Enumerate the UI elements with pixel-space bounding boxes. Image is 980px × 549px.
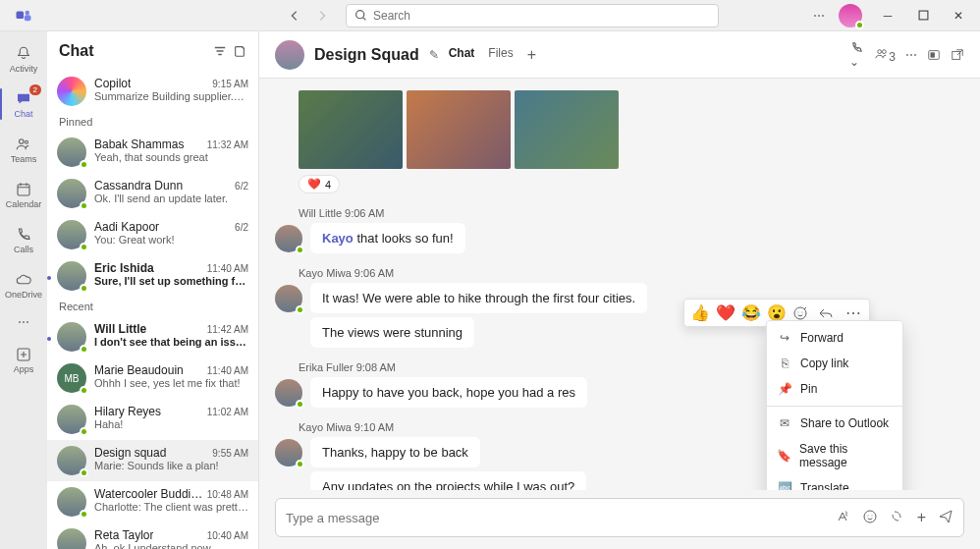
image-attachments <box>299 90 964 169</box>
svg-rect-13 <box>953 51 960 59</box>
add-button[interactable]: + <box>917 509 926 526</box>
rail-badge: 2 <box>29 84 41 95</box>
svg-rect-4 <box>919 11 928 20</box>
rail-chat[interactable]: 2 Chat <box>0 82 47 126</box>
participants-button[interactable]: 3 <box>874 46 896 64</box>
window-close-button[interactable]: ✕ <box>941 0 976 31</box>
message-bubble[interactable]: Any updates on the projects while I was … <box>310 471 586 490</box>
avatar <box>275 285 302 312</box>
reaction-count: 4 <box>325 179 331 191</box>
send-button[interactable] <box>938 509 953 526</box>
reaction-more-icon[interactable] <box>792 305 812 321</box>
rail-onedrive[interactable]: OneDrive <box>0 263 47 306</box>
emoji-button[interactable] <box>862 509 878 526</box>
calendar-icon <box>15 181 32 198</box>
popout-button[interactable] <box>951 48 964 62</box>
window-minimize-button[interactable]: ─ <box>870 0 905 31</box>
section-recent: Recent <box>47 297 258 316</box>
menu-item-forward[interactable]: ↪Forward <box>767 325 902 351</box>
avatar <box>57 528 86 549</box>
chat-list-item[interactable]: Cassandra Dunn6/2Ok. I'll send an update… <box>47 173 258 214</box>
chat-list-item[interactable]: Design squad9:55 AMMarie: Sounds like a … <box>47 440 258 481</box>
tab-files[interactable]: Files <box>488 46 513 64</box>
search-input[interactable] <box>373 9 710 23</box>
avatar <box>57 220 86 249</box>
rail-activity[interactable]: Activity <box>0 37 47 81</box>
reaction-pill[interactable]: ❤️ 4 <box>299 175 340 193</box>
chat-item-preview: Ah, ok I understand now. <box>94 542 248 549</box>
format-button[interactable] <box>835 509 850 526</box>
chat-list-item[interactable]: Babak Shammas11:32 AMYeah, that sounds g… <box>47 132 258 173</box>
window-maximize-button[interactable] <box>905 0 941 31</box>
rail-apps[interactable]: Apps <box>0 338 47 381</box>
chat-list-item[interactable]: Copilot9:15 AMSummarize Building supplie… <box>47 71 258 112</box>
more-button[interactable]: ⋯ <box>807 4 831 27</box>
chat-item-name: Will Little <box>94 322 146 336</box>
chat-list-item[interactable]: Eric Ishida11:40 AMSure, I'll set up som… <box>47 255 258 297</box>
chat-item-preview: Marie: Sounds like a plan! <box>94 460 248 471</box>
chat-item-time: 10:40 AM <box>207 530 248 541</box>
app-rail: Activity 2 Chat Teams Calendar Calls One… <box>0 31 47 549</box>
menu-item-translate[interactable]: 🔤Translate <box>767 475 902 490</box>
reaction-thumbsup[interactable]: 👍 <box>690 303 710 322</box>
tab-chat[interactable]: Chat <box>449 46 475 64</box>
conversation-title: Design Squad <box>314 46 419 64</box>
menu-item-pin[interactable]: 📌Pin <box>767 376 902 402</box>
menu-item-save-this-message[interactable]: 🔖Save this message <box>767 436 902 475</box>
compose-input[interactable] <box>286 511 825 525</box>
chat-list-item[interactable]: Aadi Kapoor6/2You: Great work! <box>47 214 258 255</box>
nav-back-button[interactable] <box>283 4 306 27</box>
cloud-icon <box>15 271 32 289</box>
chat-list-item[interactable]: Hilary Reyes11:02 AMHaha! <box>47 399 258 440</box>
edit-name-icon[interactable]: ✎ <box>429 48 439 62</box>
chat-list-panel: Chat Copilot9:15 AMSummarize Building su… <box>47 31 259 549</box>
image-thumb[interactable] <box>299 90 403 169</box>
compose-box[interactable]: + <box>275 498 964 537</box>
menu-item-share-to-outlook[interactable]: ✉Share to Outlook <box>767 411 902 436</box>
call-button[interactable]: ⌄ <box>849 40 864 69</box>
menu-item-copy-link[interactable]: ⎘Copy link <box>767 351 902 376</box>
image-thumb[interactable] <box>515 90 619 169</box>
reaction-heart[interactable]: ❤️ <box>716 303 735 322</box>
reply-icon[interactable] <box>818 305 838 321</box>
me-avatar[interactable] <box>839 4 862 27</box>
message-bubble[interactable]: Happy to have you back, hope you had a r… <box>310 377 587 408</box>
message-bubble[interactable]: The views were stunning <box>310 317 474 348</box>
rail-label: Calls <box>14 245 33 254</box>
chat-item-preview: Haha! <box>94 418 248 430</box>
chat-item-time: 11:40 AM <box>207 263 248 274</box>
teams-logo-icon <box>0 7 47 25</box>
avatar: MB <box>57 363 86 393</box>
avatar <box>57 322 86 352</box>
reaction-laugh[interactable]: 😂 <box>741 303 761 322</box>
rail-teams[interactable]: Teams <box>0 128 47 171</box>
unread-dot <box>47 337 51 341</box>
search-box[interactable] <box>346 4 719 27</box>
avatar <box>275 225 302 252</box>
chat-list-item[interactable]: MBMarie Beaudouin11:40 AMOhhh I see, yes… <box>47 357 258 399</box>
rail-more[interactable]: ⋯ <box>0 308 47 336</box>
rail-label: Apps <box>14 364 34 374</box>
add-tab-button[interactable]: + <box>527 46 536 64</box>
message-bubble[interactable]: Kayo that looks so fun! <box>310 223 465 253</box>
chat-item-time: 11:32 AM <box>207 139 248 150</box>
rail-calls[interactable]: Calls <box>0 218 47 261</box>
chat-list-item[interactable]: Watercooler Buddies10:48 AMCharlotte: Th… <box>47 481 258 522</box>
message-text: The views were stunning <box>322 325 463 340</box>
message-context-menu: ↪Forward⎘Copy link📌Pin✉Share to Outlook🔖… <box>766 320 903 490</box>
rail-calendar[interactable]: Calendar <box>0 173 47 216</box>
copilot-compose-button[interactable] <box>890 509 905 526</box>
filter-button[interactable] <box>213 44 227 58</box>
new-chat-button[interactable] <box>233 44 246 58</box>
open-button[interactable] <box>927 48 941 62</box>
chat-item-preview: Summarize Building supplier.doc and Sus.… <box>94 90 248 102</box>
more-button[interactable]: ⋯ <box>905 48 917 62</box>
mention[interactable]: Kayo <box>322 231 354 246</box>
nav-forward-button[interactable] <box>310 4 334 27</box>
message-bubble[interactable]: Thanks, happy to be back <box>310 437 480 467</box>
svg-point-3 <box>356 11 364 19</box>
chat-list-item[interactable]: Will Little11:42 AMI don't see that bein… <box>47 316 258 357</box>
chat-list-item[interactable]: Reta Taylor10:40 AMAh, ok I understand n… <box>47 522 258 549</box>
image-thumb[interactable] <box>407 90 511 169</box>
message-bubble[interactable]: It was! We were able to hike through the… <box>310 283 647 313</box>
